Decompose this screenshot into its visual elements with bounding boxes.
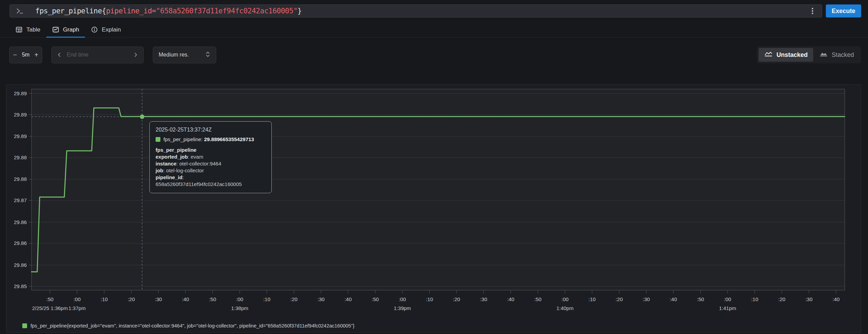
graph-panel: 29.8929.8929.8929.8829.8829.8729.8629.86…: [6, 84, 861, 333]
svg-text::00: :00: [724, 296, 731, 302]
tooltip-label-row: fps_per_pipeline: [156, 147, 266, 153]
svg-text::00: :00: [73, 296, 81, 302]
svg-text::40: :40: [832, 296, 840, 302]
stacked-icon: [819, 51, 828, 59]
stacked-button[interactable]: Stacked: [814, 48, 859, 62]
end-time-forward-icon[interactable]: [133, 52, 138, 58]
svg-text::50: :50: [46, 296, 53, 302]
terminal-prompt-icon: [15, 7, 24, 15]
tab-graph[interactable]: Graph: [46, 23, 85, 38]
svg-text:29.89: 29.89: [14, 133, 27, 139]
kebab-menu-icon[interactable]: [809, 7, 816, 15]
svg-text::10: :10: [751, 296, 758, 302]
svg-text:29.88: 29.88: [14, 154, 27, 160]
svg-text::20: :20: [453, 296, 460, 302]
svg-text:1:37pm: 1:37pm: [69, 305, 86, 311]
svg-text:29.89: 29.89: [14, 112, 27, 117]
svg-text::10: :10: [101, 296, 108, 302]
time-series-chart[interactable]: 29.8929.8929.8929.8829.8829.8729.8629.86…: [7, 85, 861, 333]
svg-text::10: :10: [263, 296, 270, 302]
tooltip-label-row: jobotel-log-collector: [156, 167, 266, 174]
svg-text:29.86: 29.86: [14, 240, 27, 246]
svg-text:1:39pm: 1:39pm: [394, 305, 411, 311]
svg-text::30: :30: [805, 296, 812, 302]
graph-icon: [52, 26, 59, 33]
info-icon: [91, 26, 98, 33]
svg-text::00: :00: [236, 296, 243, 302]
tooltip-label-row: exported_jobevam: [156, 153, 266, 160]
svg-text::30: :30: [643, 296, 650, 302]
end-time-input[interactable]: End time: [62, 52, 133, 58]
chart-legend[interactable]: fps_per_pipeline{exported_job="evam", in…: [22, 323, 354, 329]
tooltip-series-value: 29.889665355429713: [201, 136, 254, 142]
svg-text::40: :40: [344, 296, 352, 302]
tab-table-label: Table: [26, 26, 40, 33]
svg-text:29.87: 29.87: [14, 197, 27, 203]
svg-text::20: :20: [615, 296, 623, 302]
unstacked-button[interactable]: Unstacked: [759, 48, 813, 62]
tooltip-series-name: fps_per_pipeline: [163, 136, 201, 142]
svg-text:1:38pm: 1:38pm: [231, 305, 248, 311]
unstacked-label: Unstacked: [777, 51, 808, 59]
range-decrease-button[interactable]: −: [13, 51, 17, 58]
promql-expression[interactable]: fps_per_pipeline{pipeline_id="658a5260f3…: [35, 7, 302, 15]
svg-text:29.86: 29.86: [14, 219, 27, 225]
svg-text::00: :00: [561, 296, 569, 302]
svg-text:29.88: 29.88: [14, 176, 27, 182]
resolution-select[interactable]: Medium res.: [153, 47, 216, 63]
svg-text::30: :30: [480, 296, 487, 302]
resolution-value: Medium res.: [159, 52, 189, 58]
series-color-swatch: [156, 137, 160, 142]
end-time-picker: End time: [51, 47, 144, 63]
svg-text:1:41pm: 1:41pm: [719, 305, 736, 311]
range-selector: − 5m +: [9, 47, 42, 63]
unstacked-icon: [764, 51, 773, 59]
svg-text:2/25/25 1:36pm: 2/25/25 1:36pm: [32, 305, 68, 311]
tooltip-timestamp: 2025-02-25T13:37:24Z: [156, 127, 266, 133]
stacking-toggle: Unstacked Stacked: [757, 46, 861, 63]
tooltip-value-row: fps_per_pipeline29.889665355429713: [156, 136, 266, 142]
svg-text::50: :50: [372, 296, 379, 302]
svg-text::50: :50: [209, 296, 216, 302]
svg-text::40: :40: [507, 296, 514, 302]
svg-text::20: :20: [778, 296, 785, 302]
query-input[interactable]: fps_per_pipeline{pipeline_id="658a5260f3…: [10, 4, 822, 17]
tooltip-label-row: pipeline_id658a5260f37d11ef94fc0242ac160…: [156, 174, 266, 188]
legend-series-label: fps_per_pipeline{exported_job="evam", in…: [30, 323, 354, 329]
tab-graph-label: Graph: [63, 26, 79, 33]
svg-text::20: :20: [290, 296, 297, 302]
svg-text:29.86: 29.86: [14, 262, 27, 268]
svg-text::00: :00: [399, 296, 406, 302]
range-increase-button[interactable]: +: [34, 51, 38, 58]
svg-text::30: :30: [317, 296, 325, 302]
stacked-label: Stacked: [832, 51, 854, 59]
tab-explain-label: Explain: [102, 26, 121, 33]
end-time-back-icon[interactable]: [57, 52, 62, 58]
svg-text::10: :10: [588, 296, 596, 302]
svg-text::40: :40: [182, 296, 189, 302]
svg-text::10: :10: [426, 296, 433, 302]
execute-button[interactable]: Execute: [826, 4, 861, 17]
view-tabs: Table Graph Explain: [0, 23, 868, 38]
legend-color-swatch: [22, 323, 27, 328]
svg-text:29.85: 29.85: [14, 283, 27, 289]
svg-text::40: :40: [670, 296, 677, 302]
table-icon: [15, 26, 23, 33]
graph-controls: − 5m + End time Medium res.: [9, 46, 861, 63]
query-toolbar: fps_per_pipeline{pipeline_id="658a5260f3…: [0, 0, 868, 17]
tooltip-labels: fps_per_pipeline exported_jobevam instan…: [156, 147, 266, 188]
select-updown-icon: [205, 51, 210, 59]
tab-table[interactable]: Table: [10, 23, 46, 38]
svg-text::50: :50: [534, 296, 541, 302]
range-value[interactable]: 5m: [22, 52, 29, 58]
tooltip-label-row: instanceotel-collector:9464: [156, 160, 266, 167]
svg-text::50: :50: [697, 296, 704, 302]
svg-text::20: :20: [128, 296, 135, 302]
chart-tooltip: 2025-02-25T13:37:24Z fps_per_pipeline29.…: [149, 121, 272, 193]
svg-text:29.89: 29.89: [14, 90, 27, 96]
svg-text:1:40pm: 1:40pm: [557, 305, 574, 311]
tab-explain[interactable]: Explain: [85, 23, 127, 38]
svg-text::30: :30: [155, 296, 162, 302]
